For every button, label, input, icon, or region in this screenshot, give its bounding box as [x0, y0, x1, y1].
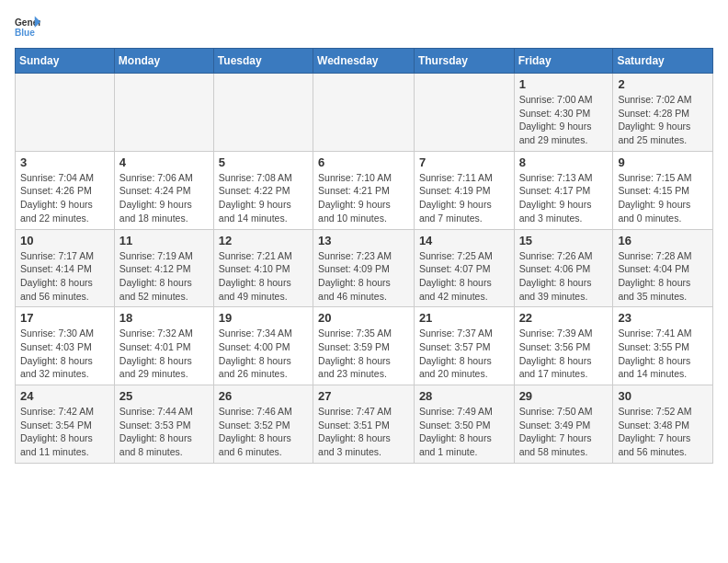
- day-info: Sunrise: 7:39 AMSunset: 3:56 PMDaylight:…: [519, 327, 609, 381]
- calendar-cell: 8Sunrise: 7:13 AMSunset: 4:17 PMDaylight…: [514, 151, 613, 229]
- week-row-5: 24Sunrise: 7:42 AMSunset: 3:54 PMDayligh…: [16, 385, 713, 464]
- header-day-thursday: Thursday: [414, 49, 514, 74]
- calendar-cell: 5Sunrise: 7:08 AMSunset: 4:22 PMDaylight…: [213, 151, 313, 229]
- day-info: Sunrise: 7:13 AMSunset: 4:17 PMDaylight:…: [519, 171, 609, 225]
- calendar-cell: 28Sunrise: 7:49 AMSunset: 3:50 PMDayligh…: [414, 385, 514, 464]
- header-day-tuesday: Tuesday: [213, 49, 313, 74]
- calendar-cell: 14Sunrise: 7:25 AMSunset: 4:07 PMDayligh…: [414, 229, 514, 307]
- day-info: Sunrise: 7:08 AMSunset: 4:22 PMDaylight:…: [219, 171, 308, 225]
- day-info: Sunrise: 7:30 AMSunset: 4:03 PMDaylight:…: [20, 327, 109, 381]
- day-number: 20: [318, 311, 409, 325]
- calendar-cell: [16, 74, 115, 152]
- day-info: Sunrise: 7:17 AMSunset: 4:14 PMDaylight:…: [20, 249, 109, 304]
- day-number: 29: [519, 389, 609, 403]
- header-day-monday: Monday: [114, 49, 213, 74]
- day-info: Sunrise: 7:37 AMSunset: 3:57 PMDaylight:…: [419, 327, 509, 381]
- calendar-cell: 11Sunrise: 7:19 AMSunset: 4:12 PMDayligh…: [114, 229, 213, 307]
- calendar-cell: 24Sunrise: 7:42 AMSunset: 3:54 PMDayligh…: [16, 385, 115, 464]
- day-number: 22: [519, 311, 609, 325]
- calendar-cell: [213, 74, 313, 152]
- header-day-wednesday: Wednesday: [313, 49, 415, 74]
- calendar-cell: 25Sunrise: 7:44 AMSunset: 3:53 PMDayligh…: [114, 385, 213, 464]
- day-number: 13: [318, 234, 409, 247]
- day-number: 3: [20, 155, 109, 169]
- calendar-cell: 18Sunrise: 7:32 AMSunset: 4:01 PMDayligh…: [114, 307, 213, 385]
- calendar-cell: 16Sunrise: 7:28 AMSunset: 4:04 PMDayligh…: [613, 229, 713, 307]
- calendar-cell: 21Sunrise: 7:37 AMSunset: 3:57 PMDayligh…: [414, 307, 514, 385]
- day-info: Sunrise: 7:47 AMSunset: 3:51 PMDaylight:…: [318, 405, 409, 459]
- day-number: 5: [219, 155, 308, 169]
- day-info: Sunrise: 7:52 AMSunset: 3:48 PMDaylight:…: [618, 405, 708, 459]
- header-day-friday: Friday: [514, 49, 613, 74]
- logo: General Blue: [15, 15, 40, 40]
- calendar-cell: [114, 74, 213, 152]
- day-number: 19: [219, 311, 308, 325]
- day-number: 23: [618, 311, 708, 325]
- calendar-cell: 17Sunrise: 7:30 AMSunset: 4:03 PMDayligh…: [16, 307, 115, 385]
- header-day-saturday: Saturday: [613, 49, 713, 74]
- calendar-cell: 22Sunrise: 7:39 AMSunset: 3:56 PMDayligh…: [514, 307, 613, 385]
- day-info: Sunrise: 7:41 AMSunset: 3:55 PMDaylight:…: [618, 327, 708, 381]
- calendar-cell: [414, 74, 514, 152]
- calendar-cell: 29Sunrise: 7:50 AMSunset: 3:49 PMDayligh…: [514, 385, 613, 464]
- day-info: Sunrise: 7:23 AMSunset: 4:09 PMDaylight:…: [318, 249, 409, 304]
- day-number: 8: [519, 155, 609, 169]
- calendar-cell: 13Sunrise: 7:23 AMSunset: 4:09 PMDayligh…: [313, 229, 415, 307]
- day-info: Sunrise: 7:06 AMSunset: 4:24 PMDaylight:…: [119, 171, 209, 225]
- calendar-cell: 26Sunrise: 7:46 AMSunset: 3:52 PMDayligh…: [213, 385, 313, 464]
- day-info: Sunrise: 7:15 AMSunset: 4:15 PMDaylight:…: [618, 171, 708, 225]
- day-number: 24: [20, 389, 109, 403]
- day-number: 28: [419, 389, 509, 403]
- header-day-sunday: Sunday: [16, 49, 115, 74]
- calendar-table: SundayMondayTuesdayWednesdayThursdayFrid…: [15, 48, 713, 464]
- day-number: 21: [419, 311, 509, 325]
- calendar-cell: [313, 74, 415, 152]
- day-number: 4: [119, 155, 209, 169]
- day-number: 17: [20, 311, 109, 325]
- day-info: Sunrise: 7:42 AMSunset: 3:54 PMDaylight:…: [20, 405, 109, 459]
- day-info: Sunrise: 7:26 AMSunset: 4:06 PMDaylight:…: [519, 249, 609, 304]
- day-number: 16: [618, 234, 708, 247]
- header: General Blue: [15, 15, 713, 40]
- day-number: 30: [618, 389, 708, 403]
- day-number: 25: [119, 389, 209, 403]
- calendar-cell: 6Sunrise: 7:10 AMSunset: 4:21 PMDaylight…: [313, 151, 415, 229]
- day-number: 27: [318, 389, 409, 403]
- day-info: Sunrise: 7:19 AMSunset: 4:12 PMDaylight:…: [119, 249, 209, 304]
- calendar-cell: 9Sunrise: 7:15 AMSunset: 4:15 PMDaylight…: [613, 151, 713, 229]
- calendar-cell: 12Sunrise: 7:21 AMSunset: 4:10 PMDayligh…: [213, 229, 313, 307]
- day-info: Sunrise: 7:25 AMSunset: 4:07 PMDaylight:…: [419, 249, 509, 304]
- day-info: Sunrise: 7:28 AMSunset: 4:04 PMDaylight:…: [618, 249, 708, 304]
- calendar-cell: 19Sunrise: 7:34 AMSunset: 4:00 PMDayligh…: [213, 307, 313, 385]
- day-info: Sunrise: 7:02 AMSunset: 4:28 PMDaylight:…: [618, 93, 708, 147]
- calendar-cell: 4Sunrise: 7:06 AMSunset: 4:24 PMDaylight…: [114, 151, 213, 229]
- week-row-3: 10Sunrise: 7:17 AMSunset: 4:14 PMDayligh…: [16, 229, 713, 307]
- day-number: 12: [219, 234, 308, 247]
- calendar-cell: 10Sunrise: 7:17 AMSunset: 4:14 PMDayligh…: [16, 229, 115, 307]
- calendar-cell: 30Sunrise: 7:52 AMSunset: 3:48 PMDayligh…: [613, 385, 713, 464]
- day-number: 18: [119, 311, 209, 325]
- day-info: Sunrise: 7:44 AMSunset: 3:53 PMDaylight:…: [119, 405, 209, 459]
- calendar-header: SundayMondayTuesdayWednesdayThursdayFrid…: [16, 49, 713, 74]
- day-info: Sunrise: 7:11 AMSunset: 4:19 PMDaylight:…: [419, 171, 509, 225]
- day-info: Sunrise: 7:00 AMSunset: 4:30 PMDaylight:…: [519, 93, 609, 147]
- day-number: 15: [519, 234, 609, 247]
- day-info: Sunrise: 7:21 AMSunset: 4:10 PMDaylight:…: [219, 249, 308, 304]
- calendar-cell: 20Sunrise: 7:35 AMSunset: 3:59 PMDayligh…: [313, 307, 415, 385]
- day-number: 7: [419, 155, 509, 169]
- logo-icon: General Blue: [15, 15, 40, 40]
- week-row-1: 1Sunrise: 7:00 AMSunset: 4:30 PMDaylight…: [16, 74, 713, 152]
- day-number: 6: [318, 155, 409, 169]
- calendar-cell: 7Sunrise: 7:11 AMSunset: 4:19 PMDaylight…: [414, 151, 514, 229]
- day-info: Sunrise: 7:50 AMSunset: 3:49 PMDaylight:…: [519, 405, 609, 459]
- svg-text:Blue: Blue: [15, 28, 35, 38]
- day-number: 9: [618, 155, 708, 169]
- week-row-2: 3Sunrise: 7:04 AMSunset: 4:26 PMDaylight…: [16, 151, 713, 229]
- day-info: Sunrise: 7:49 AMSunset: 3:50 PMDaylight:…: [419, 405, 509, 459]
- day-info: Sunrise: 7:04 AMSunset: 4:26 PMDaylight:…: [20, 171, 109, 225]
- calendar-cell: 27Sunrise: 7:47 AMSunset: 3:51 PMDayligh…: [313, 385, 415, 464]
- calendar-cell: 15Sunrise: 7:26 AMSunset: 4:06 PMDayligh…: [514, 229, 613, 307]
- day-info: Sunrise: 7:46 AMSunset: 3:52 PMDaylight:…: [219, 405, 308, 459]
- calendar-cell: 23Sunrise: 7:41 AMSunset: 3:55 PMDayligh…: [613, 307, 713, 385]
- week-row-4: 17Sunrise: 7:30 AMSunset: 4:03 PMDayligh…: [16, 307, 713, 385]
